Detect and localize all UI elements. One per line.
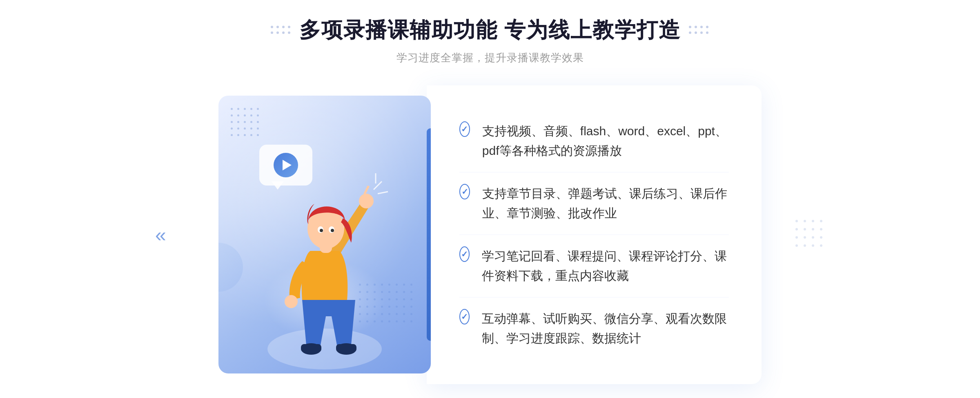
svg-point-7 [320, 229, 323, 232]
svg-rect-12 [336, 344, 356, 351]
svg-line-14 [378, 192, 388, 194]
checkmark-4: ✓ [461, 313, 468, 321]
decorative-circle [218, 243, 243, 292]
checkmark-1: ✓ [461, 125, 468, 133]
illustration-card [218, 96, 431, 373]
check-icon-1: ✓ [459, 121, 470, 137]
page-container: 多项录播课辅助功能 专为线上教学打造 学习进度全掌握，提升录播课教学效果 « [0, 16, 980, 384]
feature-text-2: 支持章节目录、弹题考试、课后练习、课后作业、章节测验、批改作业 [482, 184, 729, 223]
left-dot-decoration [271, 26, 291, 35]
svg-point-2 [285, 295, 298, 308]
svg-rect-10 [301, 344, 321, 351]
header-decoration: 多项录播课辅助功能 专为线上教学打造 [0, 16, 980, 44]
right-dot-grid [795, 220, 825, 249]
checkmark-2: ✓ [461, 188, 468, 196]
check-icon-4: ✓ [459, 309, 470, 324]
main-content: « [204, 85, 776, 384]
feature-item-1: ✓ 支持视频、音频、flash、word、excel、ppt、pdf等各种格式的… [459, 110, 729, 172]
svg-line-13 [374, 181, 382, 190]
header-section: 多项录播课辅助功能 专为线上教学打造 学习进度全掌握，提升录播课教学效果 [0, 16, 980, 65]
feature-text-4: 互动弹幕、试听购买、微信分享、观看次数限制、学习进度跟踪、数据统计 [482, 309, 729, 348]
features-panel: ✓ 支持视频、音频、flash、word、excel、ppt、pdf等各种格式的… [427, 85, 762, 384]
feature-text-3: 学习笔记回看、课程提问、课程评论打分、课件资料下载，重点内容收藏 [482, 246, 729, 286]
check-icon-2: ✓ [459, 184, 470, 199]
accent-bar [427, 128, 431, 341]
feature-item-4: ✓ 互动弹幕、试听购买、微信分享、观看次数限制、学习进度跟踪、数据统计 [459, 297, 729, 360]
feature-item-2: ✓ 支持章节目录、弹题考试、课后练习、课后作业、章节测验、批改作业 [459, 172, 729, 235]
right-outer-decoration [795, 220, 825, 249]
checkmark-3: ✓ [461, 250, 468, 258]
svg-point-0 [267, 329, 382, 369]
svg-point-8 [331, 229, 334, 232]
person-illustration [247, 161, 402, 373]
check-icon-3: ✓ [459, 246, 470, 262]
feature-text-1: 支持视频、音频、flash、word、excel、ppt、pdf等各种格式的资源… [482, 121, 729, 161]
left-chevron-decoration: « [155, 224, 166, 246]
page-title: 多项录播课辅助功能 专为线上教学打造 [299, 16, 681, 44]
right-dot-decoration [689, 26, 709, 35]
svg-point-1 [359, 194, 374, 208]
page-subtitle: 学习进度全掌握，提升录播课教学效果 [0, 51, 980, 65]
feature-item-3: ✓ 学习笔记回看、课程提问、课程评论打分、课件资料下载，重点内容收藏 [459, 235, 729, 297]
corner-dots [231, 108, 261, 138]
